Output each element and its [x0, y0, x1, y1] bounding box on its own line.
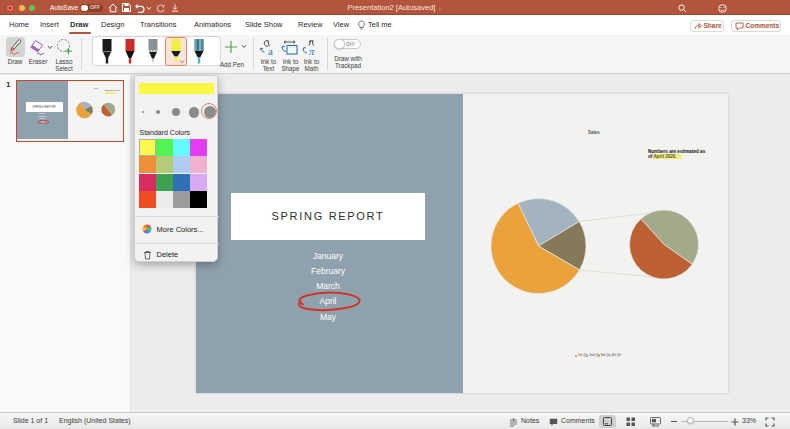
svg-text:π: π — [309, 46, 315, 57]
svg-text:a: a — [268, 45, 273, 56]
